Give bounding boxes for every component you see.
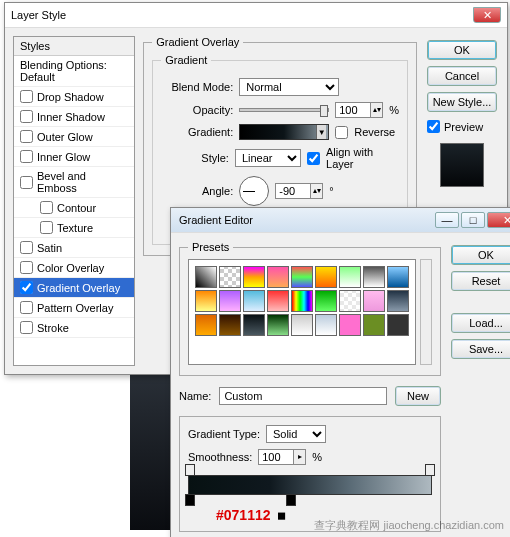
ok-button[interactable]: OK [427,40,497,60]
preset-swatch[interactable] [363,290,385,312]
maximize-icon[interactable]: □ [461,212,485,228]
preset-swatch[interactable] [243,314,265,336]
gtype-select[interactable]: Solid [266,425,326,443]
style-row-pattern-overlay[interactable]: Pattern Overlay [14,298,134,318]
preset-swatch[interactable] [291,314,313,336]
color-stop[interactable] [185,494,195,506]
preset-swatch[interactable] [219,314,241,336]
preset-swatch[interactable] [387,314,409,336]
style-checkbox[interactable] [20,321,33,334]
styles-header[interactable]: Styles [14,37,134,56]
style-row-gradient-overlay[interactable]: Gradient Overlay [14,278,134,298]
opacity-stop[interactable] [185,464,195,476]
style-checkbox[interactable] [20,150,33,163]
presets-grid [188,259,416,365]
styles-list: Styles Blending Options: Default Drop Sh… [13,36,135,366]
preset-swatch[interactable] [387,266,409,288]
opacity-slider[interactable] [239,108,329,112]
preset-swatch[interactable] [291,266,313,288]
smooth-label: Smoothness: [188,451,252,463]
gradient-swatch[interactable]: ▼ [239,124,329,140]
angle-dial[interactable] [239,176,269,206]
color-stop[interactable] [286,494,296,506]
preset-swatch[interactable] [387,290,409,312]
gradient-editor-dialog: Gradient Editor — □ ✕ Presets Name: New [170,207,510,537]
opacity-stop[interactable] [425,464,435,476]
style-checkbox[interactable] [40,221,53,234]
style-row-contour[interactable]: Contour [14,198,134,218]
dialog-title: Layer Style [11,9,66,21]
preset-swatch[interactable] [315,290,337,312]
style-checkbox[interactable] [20,90,33,103]
style-checkbox[interactable] [20,241,33,254]
blend-mode-select[interactable]: Normal [239,78,339,96]
style-row-drop-shadow[interactable]: Drop Shadow [14,87,134,107]
close-icon[interactable]: ✕ [473,7,501,23]
gradient-bar[interactable] [188,475,432,495]
preset-swatch[interactable] [243,266,265,288]
preset-swatch[interactable] [267,314,289,336]
save-button[interactable]: Save... [451,339,510,359]
reverse-label: Reverse [354,126,395,138]
preset-swatch[interactable] [339,290,361,312]
opacity-input[interactable] [335,102,371,118]
style-row-outer-glow[interactable]: Outer Glow [14,127,134,147]
scrollbar[interactable] [420,259,432,365]
angle-label: Angle: [161,185,233,197]
load-button[interactable]: Load... [451,313,510,333]
preset-swatch[interactable] [315,266,337,288]
blending-options-row[interactable]: Blending Options: Default [14,56,134,87]
preset-swatch[interactable] [339,314,361,336]
style-checkbox[interactable] [20,281,33,294]
style-row-satin[interactable]: Satin [14,238,134,258]
minimize-icon[interactable]: — [435,212,459,228]
align-checkbox[interactable] [307,152,320,165]
watermark: 查字典教程网 jiaocheng.chazidian.com [314,518,504,533]
preset-swatch[interactable] [219,266,241,288]
style-select[interactable]: Linear [235,149,301,167]
preset-swatch[interactable] [315,314,337,336]
style-checkbox[interactable] [20,110,33,123]
style-checkbox[interactable] [20,130,33,143]
spinner-icon[interactable]: ▴▾ [371,102,383,118]
style-checkbox[interactable] [40,201,53,214]
reset-button[interactable]: Reset [451,271,510,291]
preset-swatch[interactable] [195,314,217,336]
angle-input[interactable] [275,183,311,199]
style-checkbox[interactable] [20,301,33,314]
style-row-inner-shadow[interactable]: Inner Shadow [14,107,134,127]
preset-swatch[interactable] [291,290,313,312]
style-row-stroke[interactable]: Stroke [14,318,134,338]
preset-swatch[interactable] [363,314,385,336]
preset-swatch[interactable] [243,290,265,312]
reverse-checkbox[interactable] [335,126,348,139]
preset-swatch[interactable] [195,266,217,288]
hex-value: #071112 [216,507,271,523]
panel-subtitle: Gradient [161,54,211,66]
preset-swatch[interactable] [363,266,385,288]
presets-label: Presets [188,241,233,253]
style-checkbox[interactable] [20,261,33,274]
preset-swatch[interactable] [267,290,289,312]
style-row-bevel-and-emboss[interactable]: Bevel and Emboss [14,167,134,198]
preset-swatch[interactable] [339,266,361,288]
preview-checkbox[interactable] [427,120,440,133]
new-style-button[interactable]: New Style... [427,92,497,112]
name-input[interactable] [219,387,387,405]
style-row-texture[interactable]: Texture [14,218,134,238]
opacity-label: Opacity: [161,104,233,116]
presets-fieldset: Presets [179,241,441,376]
gradient-label: Gradient: [161,126,233,138]
style-label: Style: [161,152,229,164]
preset-swatch[interactable] [219,290,241,312]
style-checkbox[interactable] [20,176,33,189]
preset-swatch[interactable] [267,266,289,288]
close-icon[interactable]: ✕ [487,212,510,228]
ok-button[interactable]: OK [451,245,510,265]
new-button[interactable]: New [395,386,441,406]
smooth-input[interactable] [258,449,294,465]
style-row-inner-glow[interactable]: Inner Glow [14,147,134,167]
cancel-button[interactable]: Cancel [427,66,497,86]
style-row-color-overlay[interactable]: Color Overlay [14,258,134,278]
preset-swatch[interactable] [195,290,217,312]
